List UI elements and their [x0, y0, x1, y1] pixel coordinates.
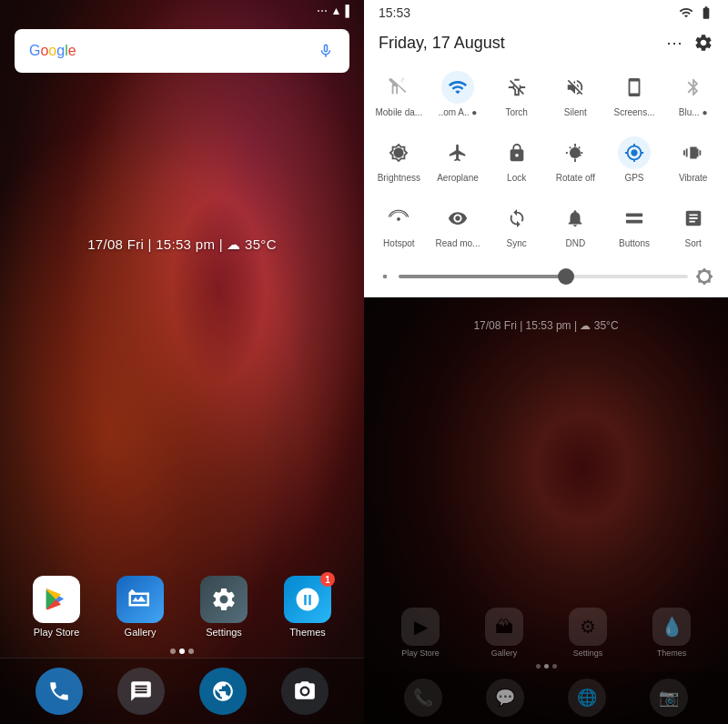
- blurred-dot-1: [536, 664, 541, 669]
- blurred-browser-icon: 🌐: [568, 679, 606, 717]
- blurred-themes: 💧 Themes: [644, 608, 699, 658]
- camera-dock-icon[interactable]: [281, 668, 329, 715]
- qs-tile-dnd[interactable]: DND: [548, 195, 603, 256]
- battery-status-icon: [699, 5, 713, 20]
- qs-tile-torch[interactable]: Torch: [489, 64, 544, 126]
- blurred-settings: ⚙ Settings: [561, 608, 615, 658]
- qs-tile-lock[interactable]: Lock: [489, 129, 544, 191]
- messages-dock-icon[interactable]: [117, 668, 165, 715]
- qs-tile-rotate-off[interactable]: Rotate off: [548, 129, 603, 191]
- settings-shade-icon[interactable]: [693, 33, 713, 53]
- rotate-off-icon: [559, 136, 592, 169]
- qs-tile-gps[interactable]: GPS: [607, 129, 662, 191]
- blurred-playstore: ▶ Play Store: [393, 608, 448, 658]
- browser-dock-icon[interactable]: [199, 668, 247, 715]
- blurred-homescreen: 17/08 Fri | 15:53 pm | ☁ 35°C ▶ Play Sto…: [364, 297, 728, 724]
- blurred-phone-icon: 📞: [404, 679, 442, 717]
- blurred-themes-icon: 💧: [652, 608, 691, 646]
- bluetooth-icon: [677, 71, 710, 104]
- status-bar-left: ⋯ ▲ ▌: [0, 0, 364, 22]
- blurred-camera-icon: 📷: [650, 679, 688, 717]
- blurred-themes-label: Themes: [657, 649, 687, 658]
- app-playstore[interactable]: Play Store: [24, 576, 89, 638]
- page-dot-3: [188, 649, 194, 654]
- brightness-label: Brightness: [378, 173, 420, 184]
- readmode-label: Read mo...: [436, 238, 480, 249]
- qs-tile-sort[interactable]: Sort: [665, 195, 721, 256]
- qs-tile-buttons[interactable]: Buttons: [607, 195, 662, 256]
- aeroplane-label: Aeroplane: [437, 173, 479, 184]
- mic-icon[interactable]: [317, 42, 335, 60]
- dnd-label: DND: [565, 238, 585, 249]
- app-gallery[interactable]: Gallery: [107, 576, 173, 638]
- blurred-app-area: ▶ Play Store 🏔 Gallery ⚙ Settings 💧 Them…: [364, 332, 728, 724]
- torch-icon: [500, 71, 533, 104]
- themes-label: Themes: [289, 627, 326, 638]
- buttons-icon: [618, 202, 651, 235]
- datetime-text: 17/08 Fri | 15:53 pm | ☁ 35°C: [87, 236, 277, 252]
- more-icon: ⋯: [317, 5, 328, 17]
- settings-icon: [200, 576, 248, 623]
- blurred-gallery-label: Gallery: [491, 649, 518, 658]
- brightness-slider[interactable]: [399, 275, 688, 278]
- rotate-off-label: Rotate off: [556, 173, 595, 184]
- brightness-thumb[interactable]: [558, 268, 574, 285]
- blurred-dock: 📞 💬 🌐 📷: [364, 671, 728, 724]
- svg-point-3: [383, 275, 388, 279]
- signal-icon: ▲: [331, 5, 342, 17]
- screenshot-icon: [618, 71, 651, 104]
- blurred-apps: ▶ Play Store 🏔 Gallery ⚙ Settings 💧 Them…: [364, 600, 728, 661]
- right-panel: 15:53 Friday, 17 August ⋯: [364, 0, 728, 724]
- app-settings[interactable]: Settings: [191, 576, 257, 638]
- more-options-icon[interactable]: ⋯: [666, 33, 682, 53]
- qs-tile-hotspot[interactable]: Hotspot: [371, 195, 427, 256]
- search-bar[interactable]: Google: [15, 29, 349, 73]
- phone-dock-icon[interactable]: [35, 668, 83, 715]
- qs-tile-screenshot[interactable]: Screens...: [607, 64, 662, 126]
- settings-label: Settings: [206, 627, 242, 638]
- torch-label: Torch: [505, 107, 527, 118]
- brightness-fill: [399, 275, 566, 278]
- shade-header: Friday, 17 August ⋯: [364, 25, 728, 64]
- qs-tile-readmode[interactable]: Read mo...: [430, 195, 486, 256]
- qs-tile-wifi[interactable]: ..om A.. ●: [430, 64, 486, 126]
- qs-tile-bluetooth[interactable]: Blu... ●: [665, 64, 721, 126]
- shade-divider: [364, 297, 728, 297]
- readmode-icon: [441, 202, 474, 235]
- blurred-playstore-icon: ▶: [401, 608, 440, 646]
- qs-tile-silent[interactable]: Silent: [548, 64, 603, 126]
- blurred-playstore-label: Play Store: [401, 649, 440, 658]
- page-dot-2: [179, 649, 185, 654]
- status-bar-right: 15:53: [364, 0, 728, 25]
- vibrate-label: Vibrate: [679, 173, 708, 184]
- qs-tile-brightness[interactable]: Brightness: [371, 129, 427, 191]
- sort-icon: [677, 202, 710, 235]
- qs-tile-sync[interactable]: Sync: [489, 195, 544, 256]
- brightness-icon: [382, 136, 415, 169]
- lock-label: Lock: [507, 173, 526, 184]
- blurred-gallery: 🏔 Gallery: [477, 608, 531, 658]
- qs-tile-mobile-data[interactable]: Mobile da...: [371, 64, 427, 126]
- mobile-data-label: Mobile da...: [375, 107, 422, 118]
- gps-icon: [618, 136, 651, 169]
- mobile-data-icon: [382, 71, 415, 104]
- svg-rect-1: [626, 214, 642, 217]
- blurred-dot-3: [552, 664, 557, 669]
- blurred-dot-2: [544, 664, 549, 669]
- app-themes[interactable]: 1 Themes: [275, 576, 340, 638]
- blurred-messages-icon: 💬: [486, 679, 524, 717]
- bluetooth-label: Blu... ●: [679, 107, 708, 118]
- status-time: 15:53: [379, 5, 410, 20]
- quick-settings-grid: Mobile da... ..om A.. ●: [364, 64, 728, 264]
- qs-tile-vibrate[interactable]: Vibrate: [665, 129, 721, 191]
- app-grid: Play Store Gallery Settings: [0, 568, 364, 645]
- dnd-icon: [559, 202, 592, 235]
- dock-area: Play Store Gallery Settings: [0, 568, 364, 724]
- blurred-gallery-icon: 🏔: [485, 608, 523, 646]
- qs-tile-aeroplane[interactable]: Aeroplane: [430, 129, 486, 191]
- sort-label: Sort: [684, 238, 701, 249]
- brightness-row: [364, 264, 728, 297]
- left-panel: ⋯ ▲ ▌ Google 17/08 Fri | 15:53 pm | ☁ 35…: [0, 0, 364, 724]
- wifi-qs-icon: [441, 71, 474, 104]
- gps-label: GPS: [624, 173, 643, 184]
